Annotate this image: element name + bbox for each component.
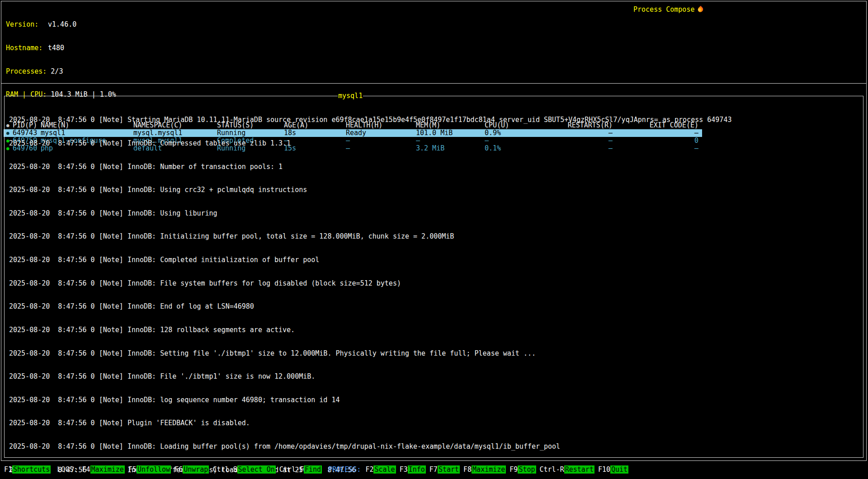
log-panel[interactable]: mysql1 2025-08-20 8:47:56 0 [Note] Start… [4, 96, 863, 458]
shortcut-action-maximize-process[interactable]: Maximize [472, 465, 506, 474]
shortcut-key-f5[interactable]: F5 [128, 465, 137, 474]
log-line: 2025-08-20 8:47:56 0 [Note] Plugin 'FEED… [9, 419, 863, 427]
log-line: 2025-08-20 8:47:56 0 [Note] InnoDB: Sett… [9, 350, 863, 357]
log-line: 2025-08-20 8:47:56 0 [Note] InnoDB: Comp… [9, 140, 863, 147]
footer-shortcut-bar: F1Shortcuts LOGS: F4Maximize F5Unfollow … [0, 464, 868, 475]
shortcut-key-f2[interactable]: F2 [365, 465, 373, 474]
footer-section-process: PROCESS: [328, 465, 361, 474]
shortcut-key-f10[interactable]: F10 [598, 465, 610, 474]
version-value: v1.46.0 [48, 20, 76, 28]
shortcut-key-ctrl-f[interactable]: Ctrl-F [279, 465, 304, 474]
footer-section-logs: LOGS: [57, 465, 77, 474]
app-title: Process Compose [633, 5, 703, 14]
process-compose-app: Version: v1.46.0 Hostname: t480 Processe… [0, 0, 868, 479]
shortcut-action-stop[interactable]: Stop [518, 465, 536, 474]
main-window: Version: v1.46.0 Hostname: t480 Processe… [1, 1, 867, 461]
shortcut-key-f3[interactable]: F3 [400, 465, 408, 474]
shortcut-action-info[interactable]: Info [408, 465, 426, 474]
processes-value: 2/3 [51, 67, 63, 75]
log-output: 2025-08-20 8:47:56 0 [Note] Starting Mar… [5, 96, 863, 479]
log-line: 2025-08-20 8:47:56 0 [Note] InnoDB: Usin… [9, 186, 863, 194]
log-line: 2025-08-20 8:47:56 0 [Note] InnoDB: Usin… [9, 210, 863, 217]
log-line: 2025-08-20 8:47:56 0 [Note] InnoDB: Comp… [9, 256, 863, 264]
shortcut-key-ctrl-s[interactable]: Ctrl-S [212, 465, 237, 474]
log-line: 2025-08-20 8:47:56 0 [Note] InnoDB: 128 … [9, 326, 863, 334]
log-line: 2025-08-20 8:47:56 0 [Note] InnoDB: Init… [9, 233, 863, 240]
log-line: 2025-08-20 8:47:56 0 [Note] InnoDB: log … [9, 396, 863, 404]
overview-section: Version: v1.46.0 Hostname: t480 Processe… [1, 1, 866, 84]
hostname-label: Hostname: [6, 44, 44, 52]
log-line: 2025-08-20 8:47:56 0 [Note] InnoDB: Load… [9, 443, 863, 451]
processes-label: Processes: [6, 68, 47, 75]
version-label: Version: [6, 21, 44, 28]
shortcut-action-find[interactable]: Find [304, 465, 322, 474]
log-section: mysql1 2025-08-20 8:47:56 0 [Note] Start… [1, 84, 866, 460]
shortcut-action-shortcuts[interactable]: Shortcuts [12, 465, 51, 474]
shortcut-action-scale[interactable]: Scale [373, 465, 396, 474]
shortcut-action-quit[interactable]: Quit [610, 465, 628, 474]
shortcut-action-select-on[interactable]: Select On [237, 465, 276, 474]
log-line: 2025-08-20 8:47:56 0 [Note] Starting Mar… [9, 116, 863, 124]
info-line-version: Version: v1.46.0 [6, 21, 866, 28]
shortcut-action-restart[interactable]: Restart [564, 465, 594, 474]
shortcut-key-f4[interactable]: F4 [82, 465, 90, 474]
shortcut-key-f8[interactable]: F8 [463, 465, 472, 474]
shortcut-action-start[interactable]: Start [438, 465, 460, 474]
shortcut-action-unfollow[interactable]: Unfollow [137, 465, 171, 474]
shortcut-key-ctrl-r[interactable]: Ctrl-R [540, 465, 564, 474]
hostname-value: t480 [48, 44, 64, 52]
shortcut-key-f6[interactable]: F6 [175, 465, 183, 474]
log-line: 2025-08-20 8:47:56 0 [Note] InnoDB: End … [9, 303, 863, 310]
log-line: 2025-08-20 8:47:56 0 [Note] InnoDB: File… [9, 280, 863, 287]
shortcut-key-f9[interactable]: F9 [509, 465, 518, 474]
shortcut-key-f1[interactable]: F1 [4, 465, 12, 474]
info-line-hostname: Hostname: t480 [6, 44, 866, 52]
log-line: 2025-08-20 8:47:56 0 [Note] InnoDB: Numb… [9, 163, 863, 171]
shortcut-action-maximize-logs[interactable]: Maximize [90, 465, 125, 474]
log-line: 2025-08-20 8:47:56 0 [Note] InnoDB: File… [9, 373, 863, 380]
app-title-text: Process Compose [633, 5, 694, 14]
shortcut-key-f7[interactable]: F7 [429, 465, 438, 474]
log-panel-title: mysql1 [338, 92, 363, 100]
shortcut-action-unwrap[interactable]: Unwrap [183, 465, 209, 474]
info-line-processes: Processes: 2/3 [6, 68, 866, 75]
